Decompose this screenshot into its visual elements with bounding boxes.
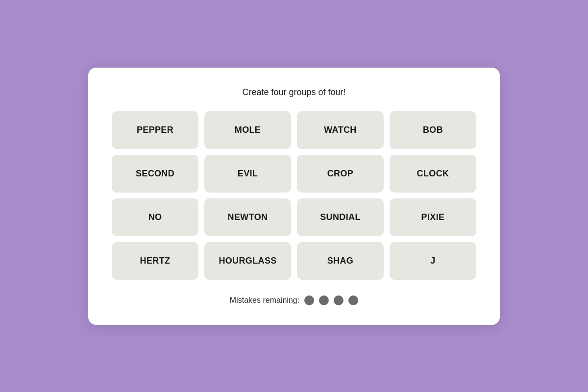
- word-card-no[interactable]: NO: [112, 198, 198, 236]
- word-card-hourglass[interactable]: HOURGLASS: [204, 242, 291, 280]
- word-label-evil: EVIL: [238, 169, 258, 179]
- word-card-evil[interactable]: EVIL: [204, 155, 291, 193]
- mistakes-dots: [304, 295, 358, 305]
- mistake-dot-4: [348, 295, 358, 305]
- word-label-pepper: PEPPER: [137, 125, 173, 135]
- word-grid: PEPPERMOLEWATCHBOBSECONDEVILCROPCLOCKNON…: [112, 111, 476, 280]
- word-card-bob[interactable]: BOB: [390, 111, 476, 149]
- word-card-clock[interactable]: CLOCK: [390, 155, 476, 193]
- word-label-watch: WATCH: [324, 125, 356, 135]
- mistake-dot-2: [319, 295, 329, 305]
- mistakes-label: Mistakes remaining:: [230, 296, 299, 305]
- word-label-newton: NEWTON: [228, 212, 268, 222]
- word-label-j: J: [430, 256, 435, 266]
- mistake-dot-1: [304, 295, 314, 305]
- game-container: Create four groups of four! PEPPERMOLEWA…: [88, 68, 500, 325]
- word-card-pixie[interactable]: PIXIE: [390, 198, 476, 236]
- word-card-mole[interactable]: MOLE: [204, 111, 291, 149]
- word-label-hertz: HERTZ: [140, 256, 171, 266]
- word-card-shag[interactable]: SHAG: [297, 242, 384, 280]
- word-card-j[interactable]: J: [390, 242, 476, 280]
- word-label-sundial: SUNDIAL: [320, 212, 361, 222]
- word-label-pixie: PIXIE: [421, 212, 445, 222]
- word-card-crop[interactable]: CROP: [297, 155, 384, 193]
- word-label-crop: CROP: [327, 169, 353, 179]
- word-card-pepper[interactable]: PEPPER: [112, 111, 198, 149]
- word-card-newton[interactable]: NEWTON: [204, 198, 291, 236]
- word-label-clock: CLOCK: [417, 169, 449, 179]
- word-card-hertz[interactable]: HERTZ: [112, 242, 198, 280]
- word-label-no: NO: [148, 212, 162, 222]
- word-label-mole: MOLE: [235, 125, 261, 135]
- mistake-dot-3: [334, 295, 343, 305]
- mistakes-row: Mistakes remaining:: [112, 295, 476, 305]
- word-label-second: SECOND: [136, 169, 174, 179]
- word-card-watch[interactable]: WATCH: [297, 111, 384, 149]
- word-card-sundial[interactable]: SUNDIAL: [297, 198, 384, 236]
- word-label-hourglass: HOURGLASS: [219, 256, 276, 266]
- word-label-bob: BOB: [423, 125, 443, 135]
- game-title: Create four groups of four!: [112, 87, 476, 98]
- word-card-second[interactable]: SECOND: [112, 155, 198, 193]
- word-label-shag: SHAG: [327, 256, 353, 266]
